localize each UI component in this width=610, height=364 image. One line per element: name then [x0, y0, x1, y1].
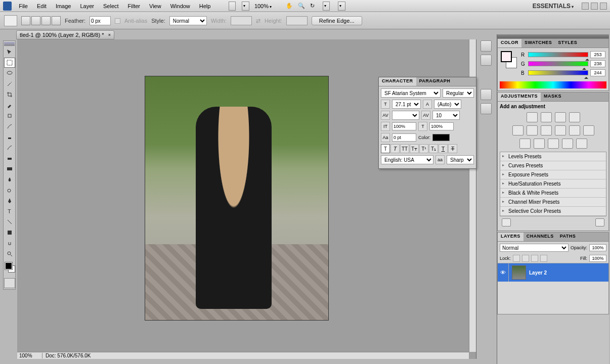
faux-bold-button[interactable]: T — [381, 144, 390, 153]
menu-file[interactable]: File — [15, 2, 32, 11]
dock-character-icon[interactable] — [481, 89, 492, 100]
color-spectrum[interactable] — [500, 81, 606, 88]
layer-visibility-icon[interactable]: 👁 — [498, 263, 509, 282]
menu-view[interactable]: View — [145, 2, 165, 11]
opacity-input[interactable] — [589, 244, 606, 251]
stamp-tool[interactable] — [4, 132, 15, 142]
blur-tool[interactable] — [4, 174, 15, 185]
preset-exposure[interactable]: Exposure Presets — [500, 170, 606, 179]
leading-select[interactable]: (Auto) — [434, 100, 461, 109]
healing-tool[interactable] — [4, 111, 15, 121]
document-tab-close-icon[interactable]: × — [107, 32, 112, 37]
move-tool[interactable] — [4, 47, 15, 57]
layer-name[interactable]: Layer 2 — [529, 270, 547, 276]
lock-transparency-icon[interactable] — [513, 255, 520, 262]
zoom-level-dropdown[interactable]: 100% — [250, 2, 276, 11]
marquee-tool[interactable] — [4, 58, 15, 68]
adj-photofilter-icon[interactable] — [569, 125, 580, 135]
tab-swatches[interactable]: SWATCHES — [521, 39, 555, 48]
adj-hue-icon[interactable] — [527, 125, 538, 135]
text-color-swatch[interactable] — [432, 134, 450, 141]
preset-bw[interactable]: Black & White Presets — [500, 189, 606, 198]
menu-image[interactable]: Image — [52, 2, 75, 11]
menu-layer[interactable]: Layer — [76, 2, 98, 11]
strikethrough-button[interactable]: T — [448, 144, 457, 153]
font-size-select[interactable]: 27.1 pt — [392, 100, 421, 109]
adj-curves-icon[interactable] — [555, 112, 566, 122]
document-image[interactable] — [145, 76, 329, 321]
dock-collapse-bar[interactable] — [497, 34, 609, 38]
fill-input[interactable] — [589, 255, 606, 262]
document-tab[interactable]: tled-1 @ 100% (Layer 2, RGB/8) * × — [16, 30, 114, 39]
dock-history-icon[interactable] — [481, 40, 492, 52]
crop-tool[interactable] — [4, 89, 15, 100]
screen-mode-dropdown[interactable] — [338, 2, 345, 11]
dock-actions-icon[interactable] — [481, 55, 492, 66]
tab-paragraph[interactable]: PARAGRAPH — [416, 77, 454, 86]
tools-panel-grip[interactable] — [4, 42, 15, 46]
font-family-select[interactable]: SF Atarian System — [381, 88, 441, 98]
adj-return-icon[interactable] — [502, 218, 511, 226]
preset-channelmixer[interactable]: Channel Mixer Presets — [500, 198, 606, 207]
tab-character[interactable]: CHARACTER — [379, 77, 416, 86]
adj-clip-icon[interactable] — [595, 218, 604, 226]
adj-invert-icon[interactable] — [519, 139, 531, 149]
selection-intersect-button[interactable] — [52, 16, 61, 25]
dodge-tool[interactable] — [4, 185, 15, 195]
adj-brightness-icon[interactable] — [527, 112, 538, 122]
tracking-select[interactable]: 10 — [432, 111, 460, 120]
zoom-tool[interactable] — [4, 249, 15, 259]
dock-paragraph-icon[interactable] — [481, 103, 492, 114]
selection-new-button[interactable] — [21, 16, 30, 25]
language-select[interactable]: English: USA — [381, 155, 433, 164]
lock-pixels-icon[interactable] — [522, 255, 529, 262]
brush-tool[interactable] — [4, 121, 15, 131]
adj-gradientmap-icon[interactable] — [562, 139, 573, 149]
fg-color-swatch[interactable] — [501, 51, 512, 62]
layer-row[interactable]: 👁 Layer 2 — [498, 263, 608, 282]
faux-italic-button[interactable]: T — [390, 144, 400, 153]
adj-exposure-icon[interactable] — [569, 112, 580, 122]
r-slider[interactable] — [528, 52, 588, 57]
tab-adjustments[interactable]: ADJUSTMENTS — [498, 93, 541, 101]
launch-bridge-icon[interactable] — [229, 2, 236, 11]
layer-thumbnail[interactable] — [512, 265, 526, 280]
eyedropper-tool[interactable] — [4, 100, 15, 110]
type-tool[interactable]: T — [4, 206, 15, 216]
refine-edge-button[interactable]: Refine Edge... — [312, 16, 362, 25]
adj-threshold-icon[interactable] — [548, 139, 559, 149]
color-swatch-box[interactable] — [501, 51, 518, 71]
b-input[interactable] — [590, 69, 605, 76]
restore-button[interactable] — [591, 3, 598, 10]
subscript-button[interactable]: T₁ — [429, 144, 438, 153]
selection-subtract-button[interactable] — [41, 16, 51, 25]
vscale-input[interactable] — [392, 122, 416, 130]
menu-filter[interactable]: Filter — [124, 2, 144, 11]
tab-masks[interactable]: MASKS — [541, 93, 564, 101]
tab-channels[interactable]: CHANNELS — [524, 233, 557, 241]
color-swatches-tool[interactable] — [4, 261, 15, 276]
kerning-select[interactable] — [392, 111, 419, 120]
baseline-input[interactable] — [392, 133, 416, 142]
adj-channelmixer-icon[interactable] — [583, 125, 594, 135]
menu-help[interactable]: Help — [195, 2, 215, 11]
history-brush-tool[interactable] — [4, 143, 15, 153]
gradient-tool[interactable] — [4, 164, 15, 174]
hand-icon[interactable]: ✋ — [286, 3, 293, 9]
wand-tool[interactable] — [4, 79, 15, 89]
quick-mask-toggle[interactable] — [4, 278, 15, 288]
zoom-icon[interactable]: 🔍 — [298, 3, 305, 9]
eraser-tool[interactable] — [4, 153, 15, 163]
workspace-switcher[interactable]: ESSENTIALS — [529, 3, 578, 10]
foreground-color-swatch[interactable] — [5, 262, 12, 269]
adj-colorbalance-icon[interactable] — [541, 125, 552, 135]
selection-add-button[interactable] — [31, 16, 40, 25]
allcaps-button[interactable]: TT — [400, 144, 409, 153]
adj-selectivecolor-icon[interactable] — [576, 139, 587, 149]
menu-edit[interactable]: Edit — [33, 2, 51, 11]
superscript-button[interactable]: T¹ — [419, 144, 428, 153]
tab-layers[interactable]: LAYERS — [498, 233, 524, 241]
adj-posterize-icon[interactable] — [534, 139, 545, 149]
view-extras-dropdown[interactable] — [242, 2, 249, 11]
font-style-select[interactable]: Regular — [443, 88, 474, 98]
